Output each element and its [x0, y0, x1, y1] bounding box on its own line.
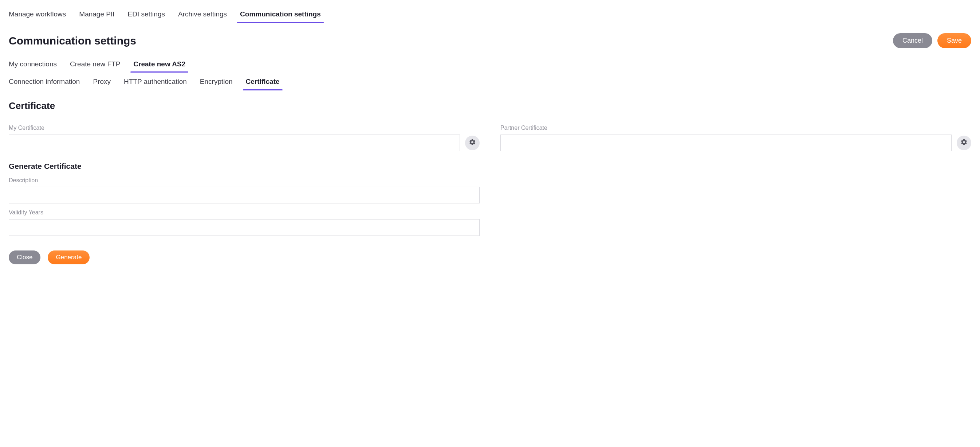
tab-proxy[interactable]: Proxy	[93, 75, 111, 90]
partner-certificate-settings-button[interactable]	[957, 136, 971, 150]
section-title: Certificate	[9, 99, 971, 112]
tab-create-new-ftp[interactable]: Create new FTP	[70, 57, 120, 73]
validity-years-label: Validity Years	[9, 209, 480, 217]
tab-manage-workflows[interactable]: Manage workflows	[9, 7, 66, 23]
cancel-button[interactable]: Cancel	[893, 33, 932, 48]
tab-certificate[interactable]: Certificate	[246, 75, 280, 90]
my-certificate-panel: My Certificate Generate Certificate Desc…	[9, 119, 480, 264]
my-certificate-settings-button[interactable]	[465, 136, 480, 150]
tab-encryption[interactable]: Encryption	[200, 75, 233, 90]
description-input[interactable]	[9, 187, 480, 203]
gear-icon	[960, 139, 967, 147]
generate-certificate-heading: Generate Certificate	[9, 161, 480, 171]
tab-communication-settings[interactable]: Communication settings	[240, 7, 321, 23]
description-label: Description	[9, 176, 480, 185]
my-certificate-input[interactable]	[9, 134, 460, 151]
save-button[interactable]: Save	[937, 33, 971, 48]
gear-icon	[469, 139, 476, 147]
as2-subtabs: Connection information Proxy HTTP authen…	[9, 75, 971, 90]
connection-type-tabs: My connections Create new FTP Create new…	[9, 57, 971, 73]
my-certificate-label: My Certificate	[9, 124, 480, 132]
partner-certificate-label: Partner Certificate	[500, 124, 971, 132]
header-actions: Cancel Save	[893, 33, 971, 48]
page-title: Communication settings	[9, 33, 136, 48]
generate-button[interactable]: Generate	[48, 251, 89, 264]
tab-archive-settings[interactable]: Archive settings	[178, 7, 227, 23]
tab-create-new-as2[interactable]: Create new AS2	[133, 57, 185, 73]
tab-http-authentication[interactable]: HTTP authentication	[124, 75, 187, 90]
close-button[interactable]: Close	[9, 251, 40, 264]
tab-my-connections[interactable]: My connections	[9, 57, 57, 73]
partner-certificate-panel: Partner Certificate	[500, 119, 971, 264]
partner-certificate-input[interactable]	[500, 134, 951, 151]
tab-manage-pii[interactable]: Manage PII	[79, 7, 115, 23]
tab-connection-information[interactable]: Connection information	[9, 75, 80, 90]
primary-tabs: Manage workflows Manage PII EDI settings…	[9, 7, 971, 23]
tab-edi-settings[interactable]: EDI settings	[128, 7, 165, 23]
validity-years-input[interactable]	[9, 219, 480, 236]
